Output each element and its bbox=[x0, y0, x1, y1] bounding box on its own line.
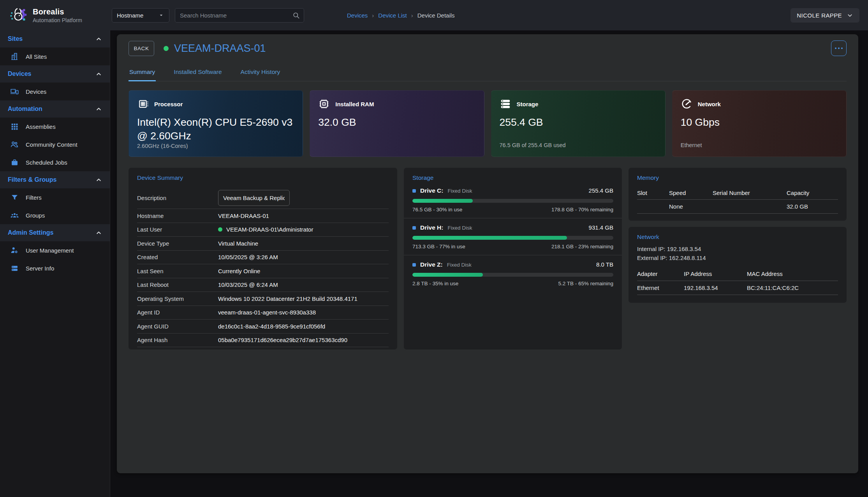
chevron-up-icon bbox=[95, 36, 102, 42]
section-label: Filters & Groups bbox=[8, 176, 56, 183]
search-icon[interactable] bbox=[292, 12, 300, 19]
breadcrumb-device-list[interactable]: Device List bbox=[378, 12, 407, 19]
device-summary-panel: Device Summary Description Hostname VEEA… bbox=[129, 168, 397, 349]
user-menu-label: NICOLE RAPPE bbox=[797, 12, 842, 19]
page-title: VEEAM-DRAAS-01 bbox=[174, 42, 266, 54]
sidebar-item-user-management[interactable]: User Management bbox=[0, 241, 110, 259]
stat-card-title: Installed RAM bbox=[335, 101, 374, 107]
section-header-admin-settings[interactable]: Admin Settings bbox=[0, 224, 110, 241]
storage-stack-icon bbox=[500, 98, 511, 110]
back-button[interactable]: BACK bbox=[129, 41, 154, 56]
stat-card-processor: Processor Intel(R) Xeon(R) CPU E5-2690 v… bbox=[129, 90, 303, 157]
stat-card-network: Network 10 Gbps Ethernet bbox=[672, 90, 847, 157]
section-header-automation[interactable]: Automation bbox=[0, 100, 110, 118]
sidebar-item-label: User Management bbox=[26, 247, 74, 254]
breadcrumb-devices[interactable]: Devices bbox=[347, 12, 368, 19]
section-label: Automation bbox=[8, 105, 42, 112]
drive-usage-bar bbox=[412, 273, 613, 277]
column-header: Speed bbox=[669, 190, 713, 196]
device-summary-table: Description Hostname VEEAM-DRAAS-01 Last… bbox=[129, 187, 397, 347]
sidebar-item-label: Scheduled Jobs bbox=[26, 159, 67, 166]
summary-row-last-seen: Last Seen Currently Online bbox=[137, 264, 389, 278]
hostname-filter-value: Hostname bbox=[117, 12, 143, 19]
sidebar-item-label: All Sites bbox=[26, 53, 47, 60]
panel-row: Device Summary Description Hostname VEEA… bbox=[129, 168, 847, 349]
title-row: BACK VEEAM-DRAAS-01 bbox=[129, 40, 847, 56]
stat-card-footer: 2.60GHz (16-Cores) bbox=[137, 143, 294, 150]
row-label: Description bbox=[137, 195, 218, 201]
panel-title: Network bbox=[629, 234, 847, 241]
tab-installed-software[interactable]: Installed Software bbox=[173, 66, 222, 81]
chevron-up-icon bbox=[95, 106, 102, 112]
sidebar-item-label: Assemblies bbox=[26, 123, 56, 130]
tab-summary[interactable]: Summary bbox=[129, 66, 156, 81]
more-options-button[interactable] bbox=[831, 40, 847, 56]
chevron-up-icon bbox=[95, 230, 102, 236]
online-status-dot bbox=[164, 46, 169, 51]
user-gear-icon bbox=[10, 246, 19, 255]
sidebar-item-scheduled-jobs[interactable]: Scheduled Jobs bbox=[0, 153, 110, 171]
stat-card-footer: Ethernet bbox=[681, 142, 838, 149]
sidebar-item-all-sites[interactable]: All Sites bbox=[0, 47, 110, 65]
app-logo: Borealis Automation Platform bbox=[0, 6, 110, 25]
summary-row-agent-hash: Agent Hash 05ba0e7935171d626ecea29b27d7a… bbox=[137, 334, 389, 348]
drive-row-h: Drive H: Fixed Disk 931.4 GB 713.3 GB - … bbox=[404, 218, 622, 255]
summary-row-agent-id: Agent ID veeam-draas-01-agent-svc-8930a3… bbox=[137, 306, 389, 320]
sidebar-item-assemblies[interactable]: Assemblies bbox=[0, 118, 110, 135]
external-ip: External IP: 162.248.8.114 bbox=[637, 253, 838, 262]
grid-icon bbox=[10, 123, 19, 131]
column-header: Serial Number bbox=[713, 190, 787, 196]
memory-row: None 32.0 GB bbox=[637, 199, 838, 214]
stat-card-value: Intel(R) Xeon(R) CPU E5-2690 v3 @ 2.60GH… bbox=[137, 116, 294, 143]
drive-usage-bar bbox=[412, 199, 613, 203]
search-input[interactable] bbox=[180, 12, 292, 19]
memory-chip-icon bbox=[318, 98, 330, 110]
stat-card-storage: Storage 255.4 GB 76.5 GB of 255.4 GB use… bbox=[491, 90, 666, 157]
stat-card-footer: 76.5 GB of 255.4 GB used bbox=[500, 142, 657, 149]
section-header-sites[interactable]: Sites bbox=[0, 30, 110, 47]
drive-bullet-icon bbox=[412, 189, 416, 193]
section-header-devices[interactable]: Devices bbox=[0, 65, 110, 83]
breadcrumb-separator: › bbox=[411, 12, 413, 19]
brand-name: Borealis bbox=[33, 7, 82, 16]
column-header: Adapter bbox=[637, 270, 684, 277]
cpu-icon bbox=[137, 98, 149, 110]
drive-remaining-label: 5.2 TB - 65% remaining bbox=[558, 281, 613, 286]
chevron-down-icon bbox=[847, 12, 853, 19]
stat-card-title: Network bbox=[698, 101, 721, 107]
sidebar-item-groups[interactable]: Groups bbox=[0, 206, 110, 224]
hostname-filter-dropdown[interactable]: Hostname bbox=[112, 8, 169, 23]
drive-remaining-label: 178.8 GB - 70% remaining bbox=[551, 207, 613, 212]
user-group-icon bbox=[10, 211, 19, 220]
summary-row-device-type: Device Type Virtual Machine bbox=[137, 237, 389, 251]
chevron-up-icon bbox=[95, 71, 102, 77]
sidebar-item-devices[interactable]: Devices bbox=[0, 83, 110, 100]
summary-row-created: Created 10/05/2025 @ 3:26 AM bbox=[137, 251, 389, 265]
network-panel: Network Internal IP: 192.168.3.54 Extern… bbox=[629, 227, 847, 303]
online-status-dot bbox=[218, 227, 222, 232]
tab-bar: Summary Installed Software Activity Hist… bbox=[129, 66, 847, 81]
stat-card-value: 10 Gbps bbox=[681, 116, 838, 129]
user-menu[interactable]: NICOLE RAPPE bbox=[791, 8, 859, 23]
sidebar-item-server-info[interactable]: Server Info bbox=[0, 259, 110, 277]
drive-row-c: Drive C: Fixed Disk 255.4 GB 76.5 GB - 3… bbox=[404, 181, 622, 218]
description-input[interactable] bbox=[218, 190, 290, 206]
drive-used-label: 76.5 GB - 30% in use bbox=[412, 207, 462, 212]
panel-title: Memory bbox=[629, 174, 847, 181]
server-icon bbox=[10, 264, 19, 272]
drive-bullet-icon bbox=[412, 226, 416, 230]
summary-row-operating-system: Operating System Windows 10 2022 Datacen… bbox=[137, 292, 389, 306]
stat-card-title: Storage bbox=[517, 101, 539, 107]
section-header-filters-groups[interactable]: Filters & Groups bbox=[0, 171, 110, 188]
devices-icon bbox=[10, 87, 19, 96]
device-details-card: BACK VEEAM-DRAAS-01 Summary Installed So… bbox=[117, 34, 858, 473]
memory-panel: Memory Slot Speed Serial Number Capacity… bbox=[629, 168, 847, 221]
speed-gauge-icon bbox=[681, 98, 692, 110]
sidebar-item-community-content[interactable]: Community Content bbox=[0, 135, 110, 153]
drive-used-label: 2.8 TB - 35% in use bbox=[412, 281, 458, 286]
tab-activity-history[interactable]: Activity History bbox=[240, 66, 281, 81]
summary-row-last-user: Last User VEEAM-DRAAS-01\Administrator bbox=[137, 223, 389, 237]
right-panel-column: Memory Slot Speed Serial Number Capacity… bbox=[629, 168, 847, 303]
section-label: Admin Settings bbox=[8, 229, 53, 236]
sidebar-item-filters[interactable]: Filters bbox=[0, 188, 110, 206]
